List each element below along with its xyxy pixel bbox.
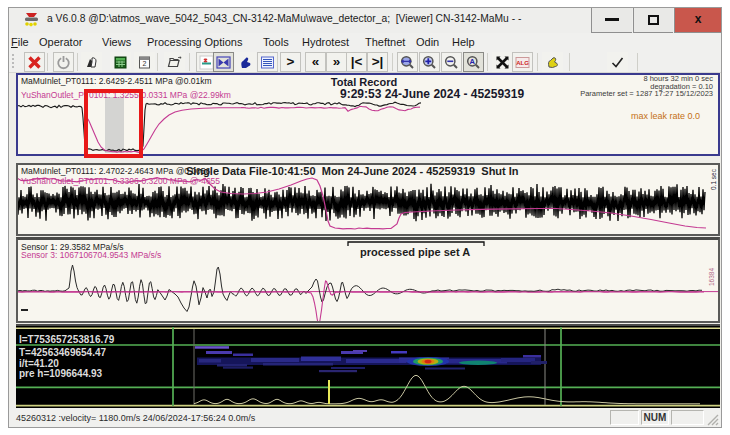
svg-text:ALG: ALG bbox=[516, 60, 529, 66]
svg-text:2: 2 bbox=[143, 60, 147, 67]
svg-text:A: A bbox=[470, 57, 476, 66]
